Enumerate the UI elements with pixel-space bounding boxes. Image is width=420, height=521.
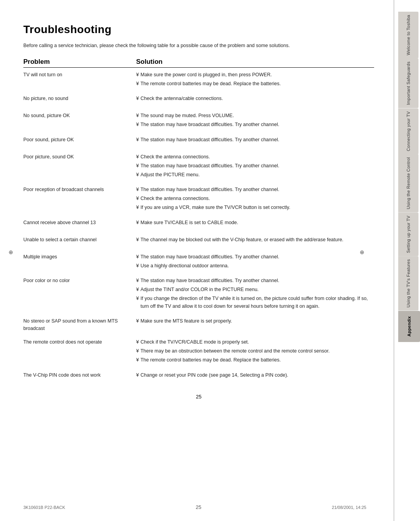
problem-cell: Cannot receive above channel 13 — [23, 219, 136, 226]
problem-cell: TV will not turn on — [23, 71, 136, 79]
bullet-icon: ¥ — [136, 286, 139, 294]
table-rows: TV will not turn on¥ Make sure the power… — [23, 71, 374, 382]
bullet-icon: ¥ — [136, 80, 139, 88]
sidebar-tab-6[interactable]: Appendix — [398, 311, 420, 342]
problem-cell: Unable to select a certain channel — [23, 236, 136, 244]
solution-text: The remote control batteries may be dead… — [140, 80, 374, 88]
solution-item: ¥ The station may have broadcast difficu… — [136, 121, 374, 129]
problem-cell: Poor color or no color — [23, 277, 136, 284]
table-row: Cannot receive above channel 13¥ Make su… — [23, 219, 374, 230]
bullet-icon: ¥ — [136, 236, 139, 244]
table-row: Multiple images¥ The station may have br… — [23, 253, 374, 271]
bullet-icon: ¥ — [136, 317, 139, 325]
bullet-icon: ¥ — [136, 121, 139, 129]
sidebar-tab-5[interactable]: Using the TV's Features — [398, 256, 418, 310]
solution-text: Use a highly directional outdoor antenna… — [140, 262, 374, 270]
solution-cell: ¥ Make sure the MTS feature is set prope… — [136, 317, 374, 326]
bullet-icon: ¥ — [136, 347, 139, 355]
bullet-icon: ¥ — [136, 136, 139, 144]
solution-item: ¥ Change or reset your PIN code (see pag… — [136, 371, 374, 379]
solution-text: Check the antenna/cable connections. — [140, 95, 374, 102]
solution-item: ¥ The station may have broadcast difficu… — [136, 277, 374, 285]
solution-cell: ¥ Check if the TV/VCR/CABLE mode is prop… — [136, 338, 374, 365]
bullet-icon: ¥ — [136, 112, 139, 120]
solution-item: ¥ Adjust the TINT and/or COLOR in the PI… — [136, 286, 374, 294]
intro-text: Before calling a service technician, ple… — [23, 42, 374, 49]
sidebar-tab-4[interactable]: Setting up your TV — [398, 212, 418, 256]
solution-header: Solution — [136, 58, 374, 66]
solution-text: Make sure TV/CABLE is set to CABLE mode. — [140, 219, 374, 226]
footer-right: 21/08/2001, 14:25 — [332, 505, 366, 510]
sidebar-tab-1[interactable]: Important Safeguards — [398, 58, 418, 108]
troubleshooting-table: Problem Solution TV will not turn on¥ Ma… — [23, 58, 374, 382]
bullet-icon: ¥ — [136, 219, 139, 227]
problem-cell: No picture, no sound — [23, 95, 136, 102]
solution-item: ¥ The remote control batteries may be de… — [136, 80, 374, 88]
solution-text: The remote control batteries may be dead… — [140, 356, 374, 364]
solution-item: ¥ The station may have broadcast difficu… — [136, 162, 374, 170]
solution-cell: ¥ Make sure TV/CABLE is set to CABLE mod… — [136, 219, 374, 228]
bullet-icon: ¥ — [136, 253, 139, 261]
bullet-icon: ¥ — [136, 371, 139, 379]
solution-text: The station may have broadcast difficult… — [140, 136, 374, 144]
solution-text: Adjust the TINT and/or COLOR in the PICT… — [140, 286, 374, 293]
table-row: Poor sound, picture OK¥ The station may … — [23, 136, 374, 147]
solution-cell: ¥ The station may have broadcast difficu… — [136, 277, 374, 311]
table-row: TV will not turn on¥ Make sure the power… — [23, 71, 374, 89]
page-number: 25 — [23, 394, 374, 400]
solution-item: ¥ Make sure the MTS feature is set prope… — [136, 317, 374, 325]
bullet-icon: ¥ — [136, 356, 139, 364]
table-row: Poor picture, sound OK¥ Check the antenn… — [23, 153, 374, 179]
bullet-icon: ¥ — [136, 277, 139, 285]
solution-item: ¥ Check the antenna connections. — [136, 153, 374, 161]
bullet-icon: ¥ — [136, 195, 139, 203]
table-row: Poor reception of broadcast channels¥ Th… — [23, 186, 374, 212]
solution-text: Make sure the MTS feature is set properl… — [140, 317, 374, 325]
solution-item: ¥ Make sure the power cord is plugged in… — [136, 71, 374, 79]
solution-text: Make sure the power cord is plugged in, … — [140, 71, 374, 79]
solution-text: The station may have broadcast difficult… — [140, 162, 374, 170]
solution-text: The station may have broadcast difficult… — [140, 277, 374, 284]
problem-cell: Poor sound, picture OK — [23, 136, 136, 144]
solution-item: ¥ Check the antenna connections. — [136, 195, 374, 203]
sidebar-tab-0[interactable]: Welcome to Toshiba — [398, 12, 418, 58]
bullet-icon: ¥ — [136, 186, 139, 194]
solution-text: The sound may be muted. Press VOLUME. — [140, 112, 374, 119]
sidebar-tabs: Welcome to ToshibaImportant SafeguardsCo… — [398, 12, 420, 342]
solution-item: ¥ The channel may be blocked out with th… — [136, 236, 374, 244]
main-content: Troubleshooting Before calling a service… — [0, 0, 394, 521]
sidebar-tab-3[interactable]: Using the Remote Control — [398, 154, 418, 212]
problem-header: Problem — [23, 58, 136, 66]
solution-cell: ¥ The station may have broadcast difficu… — [136, 186, 374, 212]
problem-cell: Poor picture, sound OK — [23, 153, 136, 161]
solution-text: Check the antenna connections. — [140, 153, 374, 161]
solution-item: ¥ Check the antenna/cable connections. — [136, 95, 374, 103]
solution-item: ¥ The remote control batteries may be de… — [136, 356, 374, 364]
solution-item: ¥ The station may have broadcast difficu… — [136, 186, 374, 194]
solution-text: If you change the direction of the TV wh… — [140, 295, 374, 310]
solution-text: Check if the TV/VCR/CABLE mode is proper… — [140, 338, 374, 346]
sidebar: Welcome to ToshibaImportant SafeguardsCo… — [394, 0, 420, 521]
solution-item: ¥ The station may have broadcast difficu… — [136, 253, 374, 261]
bullet-icon: ¥ — [136, 162, 139, 170]
sidebar-divider — [394, 0, 394, 521]
footer-center-page: 25 — [196, 504, 201, 510]
solution-text: The station may have broadcast difficult… — [140, 253, 374, 261]
bullet-icon: ¥ — [136, 171, 139, 179]
problem-cell: Multiple images — [23, 253, 136, 261]
table-row: No sound, picture OK¥ The sound may be m… — [23, 112, 374, 130]
problem-cell: No sound, picture OK — [23, 112, 136, 119]
solution-item: ¥ If you change the direction of the TV … — [136, 295, 374, 310]
problem-cell: No stereo or SAP sound from a known MTS … — [23, 317, 136, 332]
problem-cell: The V-Chip PIN code does not work — [23, 371, 136, 379]
bullet-icon: ¥ — [136, 71, 139, 79]
solution-text: Check the antenna connections. — [140, 195, 374, 202]
bullet-icon: ¥ — [136, 338, 139, 346]
solution-cell: ¥ The channel may be blocked out with th… — [136, 236, 374, 245]
solution-cell: ¥ Check the antenna connections.¥ The st… — [136, 153, 374, 179]
sidebar-tab-2[interactable]: Connecting your TV — [398, 108, 418, 154]
solution-item: ¥ The station may have broadcast difficu… — [136, 136, 374, 144]
solution-item: ¥ Make sure TV/CABLE is set to CABLE mod… — [136, 219, 374, 227]
solution-item: ¥ The sound may be muted. Press VOLUME. — [136, 112, 374, 120]
registration-mark-left: ⊕ — [9, 249, 13, 255]
